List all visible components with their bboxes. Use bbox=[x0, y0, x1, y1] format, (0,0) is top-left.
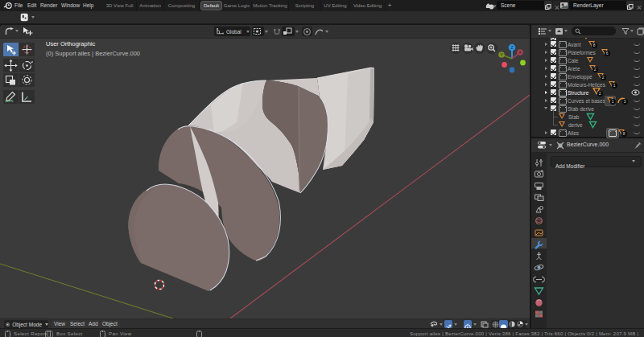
svg-text:X: X bbox=[518, 50, 522, 55]
svg-text:Y: Y bbox=[500, 52, 503, 57]
svg-text:Z: Z bbox=[510, 45, 514, 50]
